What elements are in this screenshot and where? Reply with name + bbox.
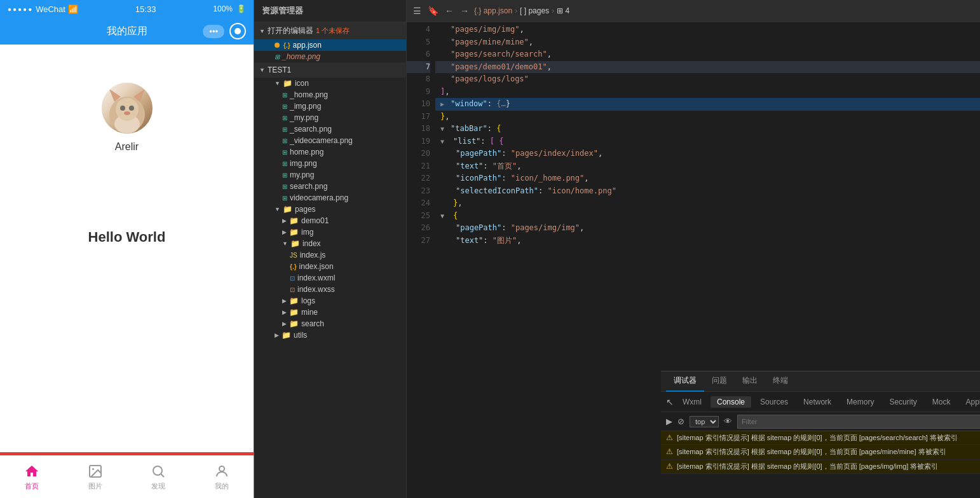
- console-tab-sources[interactable]: Sources: [754, 396, 794, 408]
- open-file-homepng[interactable]: ⊞ _home.png: [254, 51, 406, 62]
- open-editors-section[interactable]: ▼ 打开的编辑器 1 个未保存: [254, 22, 406, 39]
- console-tab-console[interactable]: Console: [711, 396, 751, 408]
- tab-home[interactable]: 首页: [6, 462, 57, 491]
- code-line-17: },: [435, 111, 980, 123]
- run-icon[interactable]: ▶: [666, 417, 672, 426]
- breadcrumb-file: {.} app.json: [474, 6, 512, 15]
- console-tab-appdata[interactable]: AppData: [959, 396, 980, 408]
- debug-tab-debugger[interactable]: 调试器: [666, 371, 704, 392]
- demo01-arrow: ▶: [282, 218, 287, 224]
- warn-icon-3: ⚠: [666, 462, 673, 471]
- folder-mine[interactable]: ▶ 📁 mine: [254, 307, 406, 318]
- png-icon11: ⊞: [282, 195, 287, 202]
- code-area: 4 5 6 7 8 9 10 17 18 19 20 21 22 23 24 2…: [407, 22, 980, 371]
- console-msg-3-text: [sitemap 索引情况提示] 根据 sitemap 的规则[0]，当前页面 …: [677, 462, 938, 471]
- tab-home-label: 首页: [25, 481, 39, 491]
- back-icon[interactable]: ←: [445, 6, 454, 16]
- hamburger-icon[interactable]: ☰: [413, 6, 421, 16]
- folder-index[interactable]: ▼ 📁 index: [254, 238, 406, 249]
- file-my-png[interactable]: ⊞ _my.png: [254, 112, 406, 123]
- index-arrow: ▼: [282, 240, 288, 247]
- visibility-icon[interactable]: 👁: [724, 417, 732, 426]
- status-left: ●●●●● WeChat 📶: [8, 4, 78, 14]
- folder-img[interactable]: ▶ 📁 img: [254, 226, 406, 238]
- record-icon: [235, 28, 241, 34]
- editor-topbar: ☰ 🔖 ← → {.} app.json › [ ] pages › ⊞ 4: [407, 0, 980, 22]
- code-line-19: ▼"list": [ {: [435, 135, 980, 148]
- debug-panel: 调试器 问题 输出 终端 ↖ Wxml Console Sources Netw…: [661, 371, 980, 498]
- json-icon2: {.}: [290, 263, 297, 270]
- phone-title-bar: 我的应用 •••: [0, 18, 254, 45]
- file-img2-png-label: img.png: [290, 159, 317, 168]
- tab-my[interactable]: 我的: [196, 462, 247, 491]
- console-tab-wxml[interactable]: Wxml: [676, 396, 708, 408]
- file-videocamera2-png[interactable]: ⊞ videocamera.png: [254, 192, 406, 204]
- png-icon7: ⊞: [282, 149, 287, 156]
- forward-icon[interactable]: →: [460, 6, 469, 16]
- file-home-png-label: _home.png: [290, 90, 328, 99]
- folder-search-label: search: [301, 319, 324, 328]
- console-tab-network[interactable]: Network: [797, 396, 838, 408]
- search-discover-icon: [149, 462, 167, 480]
- context-select[interactable]: top: [690, 416, 719, 427]
- record-button[interactable]: [229, 23, 246, 39]
- file-videocamera-png[interactable]: ⊞ _videocamera.png: [254, 135, 406, 146]
- open-file-appjson[interactable]: {.} app.json: [254, 39, 406, 51]
- tab-image[interactable]: 图片: [70, 462, 121, 491]
- folder-demo01[interactable]: ▶ 📁 demo01: [254, 215, 406, 226]
- logs-arrow: ▶: [282, 298, 287, 304]
- js-icon: JS: [290, 252, 297, 259]
- icon-folder-arrow: ▼: [275, 80, 280, 86]
- file-my2-png[interactable]: ⊞ my.png: [254, 169, 406, 181]
- svg-point-6: [129, 106, 134, 111]
- file-img-png-label: _img.png: [290, 102, 321, 111]
- debug-tabs: 调试器 问题 输出 终端: [661, 371, 980, 392]
- tab-my-label: 我的: [215, 481, 229, 491]
- editor-main: 资源管理器 ▼ 打开的编辑器 1 个未保存 {.} app.json ⊞ _ho…: [254, 0, 980, 498]
- warn-icon-1: ⚠: [666, 433, 673, 442]
- project-section[interactable]: ▼ TEST1: [254, 62, 406, 78]
- debug-tab-output[interactable]: 输出: [735, 371, 765, 392]
- file-home-png[interactable]: ⊞ _home.png: [254, 89, 406, 100]
- file-img2-png[interactable]: ⊞ img.png: [254, 158, 406, 169]
- my-icon: [213, 462, 231, 480]
- file-search-png[interactable]: ⊞ _search.png: [254, 123, 406, 135]
- status-right: 100% 🔋: [213, 4, 246, 13]
- phone-content: Arelir Hello World: [0, 45, 254, 453]
- battery-icon: 🔋: [236, 4, 246, 13]
- folder-logs[interactable]: ▶ 📁 logs: [254, 295, 406, 307]
- warn-icon-2: ⚠: [666, 447, 673, 456]
- code-line-10: ▶"window": {…}: [435, 98, 980, 111]
- filter-input[interactable]: [737, 415, 980, 429]
- code-line-5: "pages/mine/mine",: [435, 36, 980, 49]
- phone-status-bar: ●●●●● WeChat 📶 15:33 100% 🔋: [0, 0, 254, 18]
- editor-code-section: ☰ 🔖 ← → {.} app.json › [ ] pages › ⊞ 4 4: [407, 0, 980, 498]
- console-tab-mock[interactable]: Mock: [926, 396, 957, 408]
- file-indexwxml[interactable]: ⊡ index.wxml: [254, 272, 406, 284]
- search-arrow: ▶: [282, 321, 287, 327]
- file-indexjson[interactable]: {.} index.json: [254, 261, 406, 272]
- folder-mine-label: mine: [301, 308, 318, 317]
- tab-discover[interactable]: 发现: [133, 462, 184, 491]
- svg-point-10: [153, 466, 162, 475]
- debug-tab-terminal[interactable]: 终端: [765, 371, 796, 392]
- console-tab-security[interactable]: Security: [883, 396, 923, 408]
- debug-tab-issues[interactable]: 问题: [704, 371, 735, 392]
- file-home2-png[interactable]: ⊞ home.png: [254, 146, 406, 158]
- stop-icon[interactable]: ⊘: [677, 417, 684, 426]
- console-tab-memory[interactable]: Memory: [840, 396, 880, 408]
- file-search2-png[interactable]: ⊞ search.png: [254, 181, 406, 192]
- folder-utils[interactable]: ▶ 📁 utils: [254, 329, 406, 341]
- right-panel: 资源管理器 ▼ 打开的编辑器 1 个未保存 {.} app.json ⊞ _ho…: [254, 0, 980, 498]
- folder-pages[interactable]: ▼ 📁 pages: [254, 204, 406, 215]
- file-indexjs[interactable]: JS index.js: [254, 249, 406, 261]
- folder-icon[interactable]: ▼ 📁 icon: [254, 78, 406, 89]
- folder-pages-icon: 📁: [283, 205, 292, 214]
- file-indexwxss[interactable]: ⊡ index.wxss: [254, 284, 406, 295]
- bookmark-icon[interactable]: 🔖: [428, 6, 439, 16]
- folder-search[interactable]: ▶ 📁 search: [254, 318, 406, 329]
- json-icon: {.}: [283, 42, 290, 49]
- file-img-png[interactable]: ⊞ _img.png: [254, 100, 406, 112]
- code-line-27: "text": "图片",: [435, 235, 980, 247]
- more-button[interactable]: •••: [203, 25, 224, 38]
